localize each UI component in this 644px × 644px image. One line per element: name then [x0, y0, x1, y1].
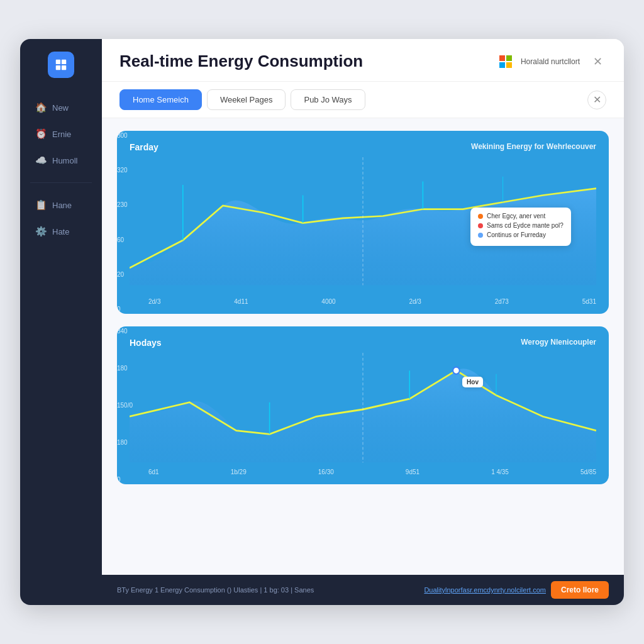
- footer-link[interactable]: Dualitylnporfasr.emcdynrty.nolcilert.com: [424, 586, 546, 594]
- tab-pub-jo-ways[interactable]: Pub Jo Ways: [291, 89, 365, 110]
- footer: BTy Energy 1 Energy Consumption () Ulast…: [102, 575, 624, 605]
- hate-icon: ⚙️: [35, 226, 47, 237]
- tabs-bar: Home Semeich Weekel Pages Pub Jo Ways ✕: [102, 82, 624, 118]
- chart-1-x-labels: 2d/3 4d11 4000 2d/3 2d73 5d31: [130, 296, 596, 305]
- footer-right: Dualitylnporfasr.emcdynrty.nolcilert.com…: [424, 581, 609, 599]
- header-app-name: Horalald nurtcllort: [521, 57, 580, 66]
- chart-card-2: Hodays Werogy Nlenicoupler 840 180 150/0…: [117, 326, 609, 484]
- chart-2-area: Hov: [130, 353, 596, 466]
- hane-icon: 📋: [35, 199, 47, 211]
- svg-rect-3: [62, 65, 66, 70]
- chart-2-hover-dot: [453, 367, 460, 374]
- footer-cta-button[interactable]: Creto llore: [551, 581, 609, 599]
- chart-2-title-right: Werogy Nlenicoupler: [521, 338, 596, 347]
- sidebar-item-label: Hane: [52, 201, 72, 210]
- ms-yellow: [506, 62, 512, 68]
- ms-logo-icon: [499, 55, 512, 68]
- main-panel: Real-time Energy Consumption Horalald nu…: [102, 39, 624, 605]
- sidebar-item-hane[interactable]: 📋 Hane: [25, 193, 97, 217]
- chart-2-x-labels: 6d1 1b/29 16/30 9d51 1 4/35 5d/85: [130, 466, 596, 475]
- tooltip-dot-3: [478, 233, 483, 238]
- sidebar: 🏠 New ⏰ Ernie ☁️ Humoll 📋 Hane ⚙️ Hate: [20, 39, 102, 605]
- svg-rect-0: [56, 60, 60, 64]
- sidebar-item-humoll[interactable]: ☁️ Humoll: [25, 148, 97, 172]
- tooltip-dot-2: [478, 223, 483, 228]
- new-icon: 🏠: [35, 102, 47, 113]
- chart-1-y-labels: 800 320 230 60 20 0: [117, 131, 128, 314]
- chart-2-label: Hodays: [130, 338, 162, 348]
- chart-card-1: Farday Wekining Energy for Wehrlecouver …: [117, 131, 609, 314]
- sidebar-item-label: Hate: [52, 227, 69, 236]
- tooltip-row-2: Sams cd Eydce mante pol?: [478, 222, 564, 229]
- chart-1-title-right: Wekining Energy for Wehrlecouver: [471, 142, 596, 151]
- tooltip-row-1: Cher Egcy, aner vent: [478, 213, 564, 219]
- sidebar-item-new[interactable]: 🏠 New: [25, 96, 97, 119]
- ms-blue: [499, 62, 505, 68]
- sidebar-item-label: Humoll: [52, 156, 77, 165]
- header-close-button[interactable]: ✕: [589, 53, 606, 70]
- humoll-icon: ☁️: [35, 155, 47, 166]
- content-area: Farday Wekining Energy for Wehrlecouver …: [102, 118, 624, 575]
- chart-2-svg: [130, 353, 596, 466]
- ms-green: [506, 55, 512, 61]
- chart-2-header: Hodays Werogy Nlenicoupler: [130, 338, 596, 348]
- chart-1-label: Farday: [130, 142, 158, 152]
- sidebar-item-label: Ernie: [52, 130, 71, 139]
- header: Real-time Energy Consumption Horalald nu…: [102, 39, 624, 82]
- header-right: Horalald nurtcllort ✕: [499, 53, 606, 70]
- tooltip-row-3: Continus or Furreday: [478, 231, 564, 238]
- tab-home-semeich[interactable]: Home Semeich: [119, 89, 202, 110]
- ms-red: [499, 55, 505, 61]
- tooltip-dot-1: [478, 214, 483, 219]
- page-title: Real-time Energy Consumption: [119, 52, 363, 71]
- app-container: 🏠 New ⏰ Ernie ☁️ Humoll 📋 Hane ⚙️ Hate: [20, 39, 624, 605]
- sidebar-item-ernie[interactable]: ⏰ Ernie: [25, 122, 97, 146]
- sidebar-item-label: New: [52, 103, 69, 113]
- sidebar-divider: [30, 182, 92, 183]
- sidebar-nav: 🏠 New ⏰ Ernie ☁️ Humoll 📋 Hane ⚙️ Hate: [20, 96, 102, 243]
- footer-left-text: BTy Energy 1 Energy Consumption () Ulast…: [117, 586, 314, 594]
- svg-rect-1: [62, 60, 66, 64]
- tabs-close-button[interactable]: ✕: [587, 91, 606, 109]
- ernie-icon: ⏰: [35, 128, 47, 140]
- logo-icon: [54, 58, 68, 72]
- sidebar-logo[interactable]: [48, 52, 74, 78]
- sidebar-item-hate[interactable]: ⚙️ Hate: [25, 219, 97, 243]
- tab-weekel-pages[interactable]: Weekel Pages: [207, 89, 286, 110]
- chart-2-hover-tag: Hov: [462, 377, 483, 387]
- svg-rect-2: [56, 65, 60, 70]
- chart-1-tooltip: Cher Egcy, aner vent Sams cd Eydce mante…: [470, 208, 571, 246]
- chart-1-header: Farday Wekining Energy for Wehrlecouver: [130, 142, 596, 152]
